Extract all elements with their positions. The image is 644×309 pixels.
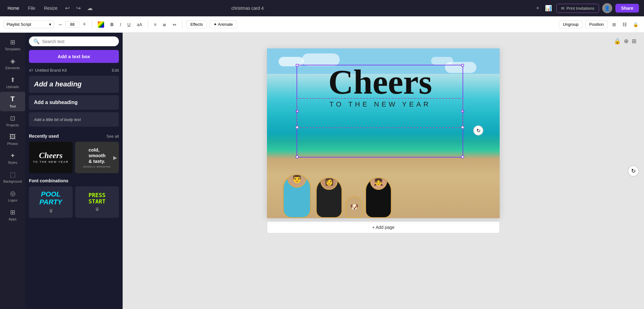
canvas[interactable]: Cheers TO THE NEW YEAR ↻ 👨 👩	[267, 48, 500, 218]
file-button[interactable]: File	[25, 4, 38, 12]
crown-icon-1: ♛	[49, 208, 53, 214]
cookie-dog: 🐶	[346, 193, 364, 218]
canvas-copy-icon[interactable]: ⊕	[624, 38, 629, 45]
list-button[interactable]: ≣	[161, 21, 168, 28]
search-input[interactable]	[42, 39, 114, 44]
sidebar-item-background[interactable]: ⬚ Background	[0, 168, 25, 186]
connect-button[interactable]: ⛓	[620, 21, 629, 28]
cookie-figure-1: 👨	[280, 168, 314, 218]
analytics-button[interactable]: 📊	[544, 3, 553, 13]
font-size-increase-button[interactable]: +	[80, 21, 88, 28]
styles-icon: ✦	[10, 152, 15, 159]
recent-cheers-sub: TO THE NEW YEAR	[33, 160, 69, 163]
recent-cheers-text: Cheers	[39, 152, 63, 160]
font-size-value[interactable]: 88	[65, 21, 79, 28]
cookie-figure-2: 👩	[314, 171, 346, 218]
templates-icon: ⊞	[10, 38, 15, 46]
bold-button[interactable]: B	[108, 21, 115, 28]
underline-button[interactable]: U	[125, 21, 132, 28]
sidebar-label-text: Text	[9, 104, 16, 108]
sidebar-item-apps[interactable]: ⊞ Apps	[0, 205, 25, 224]
canvas-area: 🔒 ⊕ ⊞	[123, 33, 644, 309]
animate-icon: ✦	[214, 22, 217, 27]
print-button[interactable]: ✉ Print Invitations	[556, 4, 599, 13]
font-combo-pool-party[interactable]: POOLPARTY ♛	[29, 186, 73, 218]
cheers-subtitle-text: TO THE NEW YEAR	[302, 100, 459, 108]
canvas-lock-icon[interactable]: 🔒	[614, 38, 621, 45]
cheers-text-group[interactable]: Cheers TO THE NEW YEAR	[302, 67, 459, 108]
recent-cold-brand: ANGELO BREWING	[83, 165, 111, 168]
align-button[interactable]: ≡	[152, 21, 158, 28]
see-all-link[interactable]: See all	[106, 134, 119, 139]
add-textbox-button[interactable]: Add a text box	[29, 50, 119, 63]
brand-kit-icon: 🏷	[29, 68, 33, 73]
font-size-control: – 88 +	[57, 21, 88, 28]
position-button[interactable]: Position	[585, 20, 608, 28]
redo-button[interactable]: ↪	[75, 3, 82, 13]
italic-button[interactable]: I	[118, 21, 123, 28]
sidebar-item-photos[interactable]: 🖼 Photos	[0, 130, 25, 149]
lock-button[interactable]: 🔒	[631, 21, 640, 28]
cookie-figure-3: 👧	[364, 172, 396, 218]
resize-button[interactable]: Resize	[42, 4, 60, 12]
add-page-button[interactable]: + Add page	[267, 221, 500, 233]
share-button[interactable]: Share	[615, 4, 639, 13]
pool-party-text: POOLPARTY	[39, 190, 62, 206]
sidebar-item-logos[interactable]: ◎ Logos	[0, 186, 25, 205]
logos-icon: ◎	[10, 190, 15, 197]
search-box[interactable]: 🔍	[29, 36, 119, 46]
sidebar-item-templates[interactable]: ⊞ Templates	[0, 35, 25, 54]
recent-card-cheers[interactable]: Cheers TO THE NEW YEAR	[29, 142, 73, 173]
ungroup-button[interactable]: Ungroup	[559, 20, 583, 28]
canvas-rotate-button[interactable]: ↻	[628, 165, 639, 177]
uploads-icon: ⬆	[10, 76, 15, 84]
apps-icon: ⊞	[10, 208, 15, 216]
sidebar-icons: ⊞ Templates ◈ Elements ⬆ Uploads T Text …	[0, 33, 25, 309]
canvas-add-icon[interactable]: ⊞	[632, 38, 636, 45]
text-color-button[interactable]	[96, 20, 106, 29]
sidebar-item-text[interactable]: T Text	[0, 92, 25, 111]
rotate-handle[interactable]: ↻	[473, 125, 483, 135]
sidebar-label-photos: Photos	[7, 142, 18, 146]
distribute-button[interactable]: ⊞	[610, 21, 618, 28]
brand-kit-header: 🏷 Untitled Brand Kit Edit	[29, 68, 119, 73]
edit-link[interactable]: Edit	[112, 68, 119, 73]
font-family-select[interactable]: Playlist Script ▾	[4, 20, 54, 28]
subheading-style-block[interactable]: Add a subheading	[29, 95, 119, 110]
recent-card-cold[interactable]: cold,smooth& tasty. ANGELO BREWING ▶	[75, 142, 119, 173]
sidebar-label-styles: Styles	[8, 161, 17, 164]
cloud-save-button[interactable]: ☁	[86, 3, 94, 13]
sidebar-item-styles[interactable]: ✦ Styles	[0, 149, 25, 168]
press-start-text: PRESSSTART	[88, 192, 105, 205]
font-combo-press-start[interactable]: PRESSSTART ♛	[75, 186, 119, 218]
recent-cold-text: cold,smooth& tasty.	[88, 147, 105, 164]
document-title: christmas card 4	[231, 6, 264, 11]
avatar[interactable]: 👤	[602, 3, 612, 13]
color-swatch-icon	[98, 21, 104, 28]
recently-used-title: Recently used	[29, 134, 59, 139]
add-collaborator-button[interactable]: +	[535, 4, 541, 13]
expand-icon: ▶	[113, 155, 117, 161]
separator-3	[182, 20, 182, 29]
font-size-decrease-button[interactable]: –	[57, 21, 64, 28]
background-icon: ⬚	[10, 171, 16, 178]
spacing-button[interactable]: ⇔	[171, 21, 178, 28]
sidebar-item-elements[interactable]: ◈ Elements	[0, 54, 25, 73]
undo-button[interactable]: ↩	[64, 3, 71, 13]
sidebar-label-apps: Apps	[8, 217, 16, 221]
animate-button[interactable]: ✦ Animate	[209, 20, 237, 28]
effects-button[interactable]: Effects	[186, 20, 207, 28]
body-style-block[interactable]: Add a little bit of body text	[29, 112, 119, 127]
nav-right-group: + 📊 ✉ Print Invitations 👤 Share	[535, 3, 639, 13]
print-label: Print Invitations	[566, 6, 594, 11]
sidebar-label-templates: Templates	[5, 47, 20, 51]
figure1-head: 👨	[287, 174, 306, 188]
sidebar-item-uploads[interactable]: ⬆ Uploads	[0, 73, 25, 92]
case-button[interactable]: aA	[135, 21, 144, 28]
dropdown-chevron-icon: ▾	[49, 22, 51, 27]
sidebar-item-projects[interactable]: ⊡ Projects	[0, 111, 25, 130]
heading-style-block[interactable]: Add a heading	[29, 76, 119, 93]
sidebar-label-background: Background	[3, 179, 22, 183]
cloud-1	[279, 57, 304, 66]
home-button[interactable]: Home	[5, 4, 22, 12]
